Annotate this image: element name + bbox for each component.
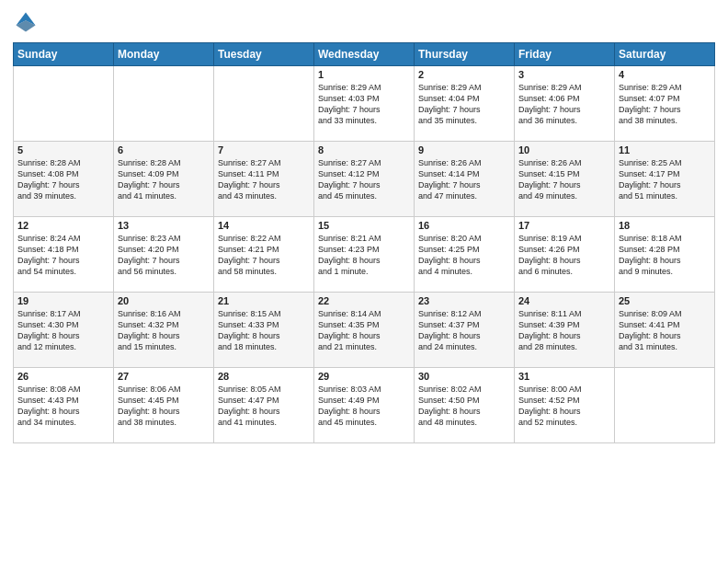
day-number: 23 [418, 295, 510, 306]
day-info: Sunrise: 8:18 AM Sunset: 4:28 PM Dayligh… [619, 233, 711, 278]
day-info: Sunrise: 8:08 AM Sunset: 4:43 PM Dayligh… [17, 384, 109, 429]
day-number: 31 [518, 371, 610, 382]
weekday-saturday: Saturday [615, 43, 715, 66]
day-info: Sunrise: 8:29 AM Sunset: 4:07 PM Dayligh… [619, 82, 711, 127]
day-cell: 30Sunrise: 8:02 AM Sunset: 4:50 PM Dayli… [415, 368, 515, 443]
day-cell: 24Sunrise: 8:11 AM Sunset: 4:39 PM Dayli… [515, 293, 615, 368]
day-info: Sunrise: 8:05 AM Sunset: 4:47 PM Dayligh… [218, 384, 310, 429]
day-info: Sunrise: 8:26 AM Sunset: 4:14 PM Dayligh… [418, 157, 510, 202]
week-row-3: 19Sunrise: 8:17 AM Sunset: 4:30 PM Dayli… [14, 293, 715, 368]
day-info: Sunrise: 8:29 AM Sunset: 4:03 PM Dayligh… [318, 82, 410, 127]
day-cell: 17Sunrise: 8:19 AM Sunset: 4:26 PM Dayli… [515, 217, 615, 293]
day-cell: 27Sunrise: 8:06 AM Sunset: 4:45 PM Dayli… [114, 368, 214, 443]
week-row-0: 1Sunrise: 8:29 AM Sunset: 4:03 PM Daylig… [14, 66, 715, 142]
day-info: Sunrise: 8:03 AM Sunset: 4:49 PM Dayligh… [318, 384, 410, 429]
day-cell: 13Sunrise: 8:23 AM Sunset: 4:20 PM Dayli… [114, 217, 214, 293]
day-number: 20 [118, 295, 210, 306]
day-info: Sunrise: 8:14 AM Sunset: 4:35 PM Dayligh… [318, 308, 410, 353]
day-number: 18 [619, 220, 711, 231]
day-cell: 18Sunrise: 8:18 AM Sunset: 4:28 PM Dayli… [615, 217, 715, 293]
weekday-tuesday: Tuesday [214, 43, 314, 66]
day-cell: 3Sunrise: 8:29 AM Sunset: 4:06 PM Daylig… [515, 66, 615, 142]
day-cell: 26Sunrise: 8:08 AM Sunset: 4:43 PM Dayli… [14, 368, 114, 443]
week-row-1: 5Sunrise: 8:28 AM Sunset: 4:08 PM Daylig… [14, 142, 715, 217]
day-cell: 20Sunrise: 8:16 AM Sunset: 4:32 PM Dayli… [114, 293, 214, 368]
day-cell: 9Sunrise: 8:26 AM Sunset: 4:14 PM Daylig… [415, 142, 515, 217]
day-cell: 19Sunrise: 8:17 AM Sunset: 4:30 PM Dayli… [14, 293, 114, 368]
day-number: 28 [218, 371, 310, 382]
weekday-wednesday: Wednesday [314, 43, 415, 66]
weekday-thursday: Thursday [415, 43, 515, 66]
day-cell: 12Sunrise: 8:24 AM Sunset: 4:18 PM Dayli… [14, 217, 114, 293]
day-info: Sunrise: 8:12 AM Sunset: 4:37 PM Dayligh… [418, 308, 510, 353]
day-info: Sunrise: 8:26 AM Sunset: 4:15 PM Dayligh… [518, 157, 610, 202]
day-info: Sunrise: 8:29 AM Sunset: 4:06 PM Dayligh… [518, 82, 610, 127]
day-cell: 11Sunrise: 8:25 AM Sunset: 4:17 PM Dayli… [615, 142, 715, 217]
day-cell [214, 66, 314, 142]
weekday-friday: Friday [515, 43, 615, 66]
day-number: 24 [518, 295, 610, 306]
day-cell [615, 368, 715, 443]
day-number: 10 [518, 144, 610, 155]
day-number: 7 [218, 144, 310, 155]
day-info: Sunrise: 8:17 AM Sunset: 4:30 PM Dayligh… [17, 308, 109, 353]
day-cell: 7Sunrise: 8:27 AM Sunset: 4:11 PM Daylig… [214, 142, 314, 217]
day-number: 17 [518, 220, 610, 231]
day-info: Sunrise: 8:21 AM Sunset: 4:23 PM Dayligh… [318, 233, 410, 278]
day-cell: 22Sunrise: 8:14 AM Sunset: 4:35 PM Dayli… [314, 293, 415, 368]
calendar: SundayMondayTuesdayWednesdayThursdayFrid… [13, 42, 715, 443]
day-info: Sunrise: 8:20 AM Sunset: 4:25 PM Dayligh… [418, 233, 510, 278]
day-number: 27 [118, 371, 210, 382]
day-cell: 29Sunrise: 8:03 AM Sunset: 4:49 PM Dayli… [314, 368, 415, 443]
day-number: 14 [218, 220, 310, 231]
day-info: Sunrise: 8:28 AM Sunset: 4:08 PM Dayligh… [17, 157, 109, 202]
day-cell: 8Sunrise: 8:27 AM Sunset: 4:12 PM Daylig… [314, 142, 415, 217]
day-cell: 25Sunrise: 8:09 AM Sunset: 4:41 PM Dayli… [615, 293, 715, 368]
day-info: Sunrise: 8:16 AM Sunset: 4:32 PM Dayligh… [118, 308, 210, 353]
weekday-header-row: SundayMondayTuesdayWednesdayThursdayFrid… [14, 43, 715, 66]
day-number: 29 [318, 371, 410, 382]
day-cell: 2Sunrise: 8:29 AM Sunset: 4:04 PM Daylig… [415, 66, 515, 142]
day-info: Sunrise: 8:29 AM Sunset: 4:04 PM Dayligh… [418, 82, 510, 127]
day-number: 2 [418, 69, 510, 80]
week-row-2: 12Sunrise: 8:24 AM Sunset: 4:18 PM Dayli… [14, 217, 715, 293]
day-number: 1 [318, 69, 410, 80]
day-number: 30 [418, 371, 510, 382]
day-number: 3 [518, 69, 610, 80]
day-number: 9 [418, 144, 510, 155]
day-cell [14, 66, 114, 142]
day-cell: 21Sunrise: 8:15 AM Sunset: 4:33 PM Dayli… [214, 293, 314, 368]
day-cell: 15Sunrise: 8:21 AM Sunset: 4:23 PM Dayli… [314, 217, 415, 293]
day-number: 26 [17, 371, 109, 382]
day-cell: 10Sunrise: 8:26 AM Sunset: 4:15 PM Dayli… [515, 142, 615, 217]
day-number: 6 [118, 144, 210, 155]
day-number: 12 [17, 220, 109, 231]
day-cell: 6Sunrise: 8:28 AM Sunset: 4:09 PM Daylig… [114, 142, 214, 217]
day-cell: 5Sunrise: 8:28 AM Sunset: 4:08 PM Daylig… [14, 142, 114, 217]
day-info: Sunrise: 8:27 AM Sunset: 4:11 PM Dayligh… [218, 157, 310, 202]
day-cell: 14Sunrise: 8:22 AM Sunset: 4:21 PM Dayli… [214, 217, 314, 293]
day-number: 25 [619, 295, 711, 306]
day-info: Sunrise: 8:00 AM Sunset: 4:52 PM Dayligh… [518, 384, 610, 429]
day-number: 16 [418, 220, 510, 231]
day-info: Sunrise: 8:28 AM Sunset: 4:09 PM Dayligh… [118, 157, 210, 202]
logo [13, 9, 42, 35]
day-cell: 16Sunrise: 8:20 AM Sunset: 4:25 PM Dayli… [415, 217, 515, 293]
day-cell: 28Sunrise: 8:05 AM Sunset: 4:47 PM Dayli… [214, 368, 314, 443]
day-info: Sunrise: 8:02 AM Sunset: 4:50 PM Dayligh… [418, 384, 510, 429]
day-info: Sunrise: 8:25 AM Sunset: 4:17 PM Dayligh… [619, 157, 711, 202]
day-number: 5 [17, 144, 109, 155]
day-cell: 1Sunrise: 8:29 AM Sunset: 4:03 PM Daylig… [314, 66, 415, 142]
day-info: Sunrise: 8:22 AM Sunset: 4:21 PM Dayligh… [218, 233, 310, 278]
day-info: Sunrise: 8:19 AM Sunset: 4:26 PM Dayligh… [518, 233, 610, 278]
logo-icon [13, 9, 39, 35]
weekday-monday: Monday [114, 43, 214, 66]
day-number: 22 [318, 295, 410, 306]
day-cell: 4Sunrise: 8:29 AM Sunset: 4:07 PM Daylig… [615, 66, 715, 142]
day-number: 13 [118, 220, 210, 231]
day-number: 19 [17, 295, 109, 306]
day-info: Sunrise: 8:15 AM Sunset: 4:33 PM Dayligh… [218, 308, 310, 353]
day-cell [114, 66, 214, 142]
day-cell: 31Sunrise: 8:00 AM Sunset: 4:52 PM Dayli… [515, 368, 615, 443]
day-info: Sunrise: 8:09 AM Sunset: 4:41 PM Dayligh… [619, 308, 711, 353]
